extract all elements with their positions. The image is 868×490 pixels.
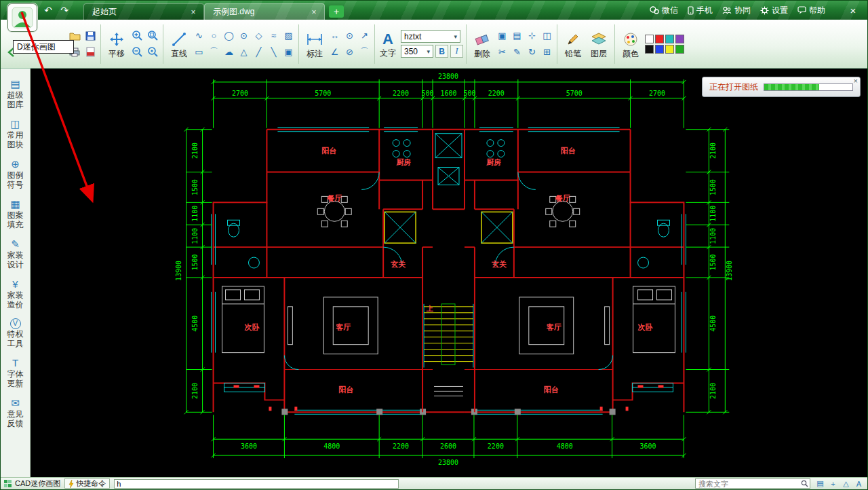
color-swatch-1[interactable] — [655, 35, 664, 43]
italic-button[interactable]: I — [450, 45, 463, 58]
paste-icon[interactable]: ▤ — [510, 29, 524, 43]
main-toolbar: 平移 直线 ∿▭○⌒◯☁⊙△◇╱≈╲▨▣ 标注 — [1, 20, 867, 69]
sidebar-item-home-cost[interactable]: ¥ 家装造价 — [7, 278, 24, 309]
tab-start-page[interactable]: 起始页 × — [83, 3, 204, 20]
copy-icon[interactable]: ▣ — [495, 29, 509, 43]
sidebar-item-super-library[interactable]: ▤ 超级图库 — [7, 78, 24, 109]
sheet-preview-icon[interactable]: ▤ — [814, 478, 826, 489]
svg-text:阳台: 阳台 — [544, 385, 559, 394]
sidebar-item-feedback[interactable]: ✉ 意见反馈 — [7, 397, 24, 428]
svg-text:1100: 1100 — [191, 206, 199, 222]
font-select[interactable]: hztxt — [401, 30, 460, 43]
color-swatch-2[interactable] — [665, 35, 674, 43]
sidebar-item-pattern-fill[interactable]: ▦ 图案填充 — [7, 198, 24, 229]
color-swatch-5[interactable] — [655, 45, 664, 54]
command-input[interactable] — [114, 479, 399, 489]
lightning-icon — [68, 480, 74, 488]
dim-arc-icon[interactable]: ⌒ — [357, 45, 372, 59]
ellipse-icon[interactable]: ◯ — [222, 29, 236, 43]
pencil-button[interactable]: 铅笔 — [560, 24, 586, 64]
dim-diameter-icon[interactable]: ⊘ — [342, 45, 357, 59]
color-swatch-6[interactable] — [665, 45, 674, 54]
dimension-button[interactable]: 标注 — [302, 24, 328, 64]
sidebar-item-privilege-tools[interactable]: V 特权工具 — [7, 318, 24, 348]
save-icon[interactable] — [83, 29, 98, 43]
line-label: 直线 — [171, 49, 187, 58]
color-swatch-4[interactable] — [645, 45, 654, 54]
array-icon[interactable]: ⊞ — [540, 45, 554, 59]
rectangle-icon[interactable]: ▭ — [192, 45, 206, 59]
color-button[interactable]: 颜色 — [618, 24, 644, 64]
hatch-icon[interactable]: ▨ — [281, 29, 296, 43]
text-tool-button[interactable]: A 文字 — [378, 24, 398, 64]
help-button[interactable]: 帮助 — [797, 5, 825, 16]
construction-line-icon[interactable]: ╲ — [267, 45, 281, 59]
sidebar-item-common-blocks[interactable]: ◫ 常用图块 — [7, 118, 24, 149]
measure-triangle-icon[interactable]: △ — [840, 478, 852, 489]
move-icon[interactable]: ⊹ — [525, 29, 539, 43]
export-pdf-icon[interactable] — [83, 45, 98, 60]
new-tab-button[interactable]: + — [329, 5, 344, 18]
history-back-icon[interactable]: ↶ — [41, 5, 55, 16]
color-swatch-0[interactable] — [645, 35, 654, 43]
bold-button[interactable]: B — [435, 45, 448, 58]
pencil-icon — [566, 30, 580, 49]
triangle-icon[interactable]: △ — [237, 45, 251, 59]
color-swatch-3[interactable] — [675, 35, 684, 43]
cut-icon[interactable]: ✂ — [495, 45, 509, 59]
search-input[interactable] — [696, 479, 799, 488]
leader-icon[interactable]: ↗ — [357, 29, 372, 43]
polyline-icon[interactable]: ∿ — [192, 29, 206, 43]
toast-close-icon[interactable]: × — [854, 77, 858, 85]
line-tool-button[interactable]: 直线 — [166, 24, 192, 64]
add-sheet-icon[interactable]: + — [827, 478, 839, 489]
separator — [100, 24, 101, 64]
design-icon: ✎ — [11, 238, 20, 250]
zoom-extents-icon[interactable] — [145, 45, 160, 60]
window-close-button[interactable]: × — [844, 5, 862, 16]
settings-button[interactable]: 设置 — [760, 5, 788, 16]
tab-close-icon[interactable]: × — [189, 7, 198, 17]
font-size-select[interactable]: 350 — [401, 45, 433, 58]
layer-button[interactable]: 图层 — [586, 24, 612, 64]
mobile-icon — [688, 6, 694, 15]
region-icon[interactable]: ▣ — [281, 45, 296, 59]
mobile-button[interactable]: 手机 — [688, 5, 713, 16]
zoom-out-icon[interactable] — [130, 45, 144, 60]
sidebar-item-font-update[interactable]: T 字体更新 — [7, 357, 24, 388]
user-avatar-button[interactable] — [7, 3, 37, 32]
quick-command-button[interactable]: 快捷命令 — [64, 478, 110, 489]
dim-angular-icon[interactable]: ∠ — [328, 45, 342, 59]
pan-button[interactable]: 平移 — [104, 24, 130, 64]
search-icon[interactable] — [799, 480, 810, 487]
delete-button[interactable]: 删除 — [469, 24, 495, 64]
tab-example-dwg[interactable]: 示例图.dwg × — [204, 3, 325, 20]
zoom-in-icon[interactable] — [130, 29, 144, 43]
point-icon[interactable]: ⊙ — [237, 29, 251, 43]
dim-radius-icon[interactable]: ⊙ — [342, 29, 357, 43]
arc-icon[interactable]: ⌒ — [207, 45, 221, 59]
ray-icon[interactable]: ╱ — [252, 45, 266, 59]
dim-linear-icon[interactable]: ↔ — [328, 29, 342, 43]
tab-close-icon[interactable]: × — [309, 7, 319, 17]
sidebar-item-legend-symbols[interactable]: ⊕ 图例符号 — [7, 158, 24, 189]
sidebar-item-home-design[interactable]: ✎ 家装设计 — [7, 238, 24, 269]
rotate-icon[interactable]: ↻ — [525, 45, 539, 59]
color-swatches — [645, 35, 684, 54]
mirror-icon[interactable]: ◫ — [540, 29, 554, 43]
revision-cloud-icon[interactable]: ☁ — [222, 45, 236, 59]
drawing-canvas[interactable]: 2700570022005001600500220057002700238003… — [31, 69, 867, 477]
format-brush-icon[interactable]: ✎ — [510, 45, 524, 59]
status-bar: CAD迷你画图 快捷命令 ▤+△A — [1, 477, 867, 489]
font-value: hztxt — [404, 32, 421, 41]
zoom-window-icon[interactable] — [145, 29, 160, 43]
collab-button[interactable]: 协同 — [722, 5, 751, 16]
svg-text:2100: 2100 — [191, 383, 199, 399]
history-forward-icon[interactable]: ↷ — [58, 5, 71, 16]
polygon-icon[interactable]: ◇ — [252, 29, 266, 43]
color-swatch-7[interactable] — [675, 45, 684, 54]
wechat-button[interactable]: 微信 — [650, 5, 678, 16]
text-style-tool-icon[interactable]: A — [853, 478, 865, 489]
circle-icon[interactable]: ○ — [207, 29, 221, 43]
spline-icon[interactable]: ≈ — [267, 29, 281, 43]
